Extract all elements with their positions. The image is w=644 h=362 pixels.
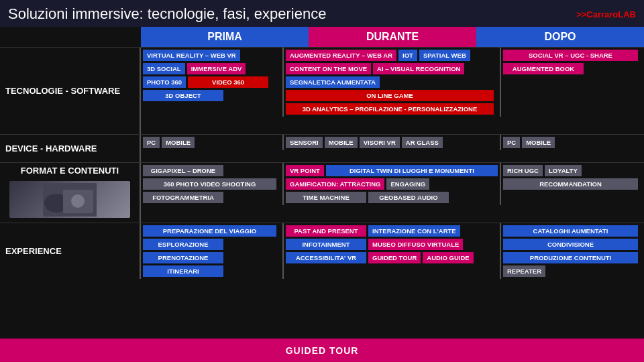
tag: GEOBASED AUDIO <box>368 192 449 203</box>
tecnologie-content: VIRTUAL REALITY – WEB VR 3D SOCIAL IMMER… <box>141 48 644 117</box>
bottom-bar[interactable]: GUIDED TOUR <box>0 339 644 362</box>
label-device: DEVICE - HARDWARE <box>0 135 141 162</box>
tag: AUDIO GUIDE <box>423 252 473 263</box>
header: Soluzioni immersive: tecnologie, fasi, e… <box>0 0 644 27</box>
tag: CONDIVISIONE <box>503 239 638 250</box>
tag: DIGITAL TWIN DI LUOGHI E MONUMENTI <box>326 165 498 176</box>
tag: AUGMENTED REALITY – WEB AR <box>286 50 396 61</box>
experience-dopo: CATALOGHI AUMENTATI CONDIVISIONE PRODUZI… <box>501 223 644 279</box>
tag: IOT <box>398 50 417 61</box>
tag: 3D SOCIAL <box>143 63 185 74</box>
format-dopo: RICH UGC LOYALTY RECOMMANDATION <box>501 163 644 205</box>
tag: IMMERSIVE ADV <box>187 63 246 74</box>
tag: VIDEO 360 <box>188 76 268 88</box>
tag: ACCESSIBILITA' VR <box>286 252 366 263</box>
label-tecnologie: TECNOLOGIE - SOFTWARE <box>0 48 141 134</box>
tag: SPATIAL WEB <box>419 50 470 61</box>
tag: AR GLASS <box>402 137 443 148</box>
logo: >>CarraroLAB <box>576 9 636 19</box>
tag: AUGMENTED BOOK <box>503 63 584 74</box>
tecnologie-durante: AUGMENTED REALITY – WEB AR IOT SPATIAL W… <box>284 48 501 117</box>
tag: PREPARAZIONE DEL VIAGGIO <box>143 225 276 237</box>
tag: ON LINE GAME <box>286 90 494 101</box>
col-header-dopo: DOPO <box>476 27 644 47</box>
page-title: Soluzioni immersive: tecnologie, fasi, e… <box>8 5 326 23</box>
device-durante: SENSORI MOBILE VISORI VR AR GLASS <box>284 135 501 150</box>
col-header-prima: PRIMA <box>141 27 309 47</box>
tag: RECOMMANDATION <box>503 178 638 190</box>
tag: TIME MACHINE <box>286 192 366 203</box>
tag: 3D ANALYTICS – PROFILAZIONE - PERSONALIZ… <box>286 103 494 115</box>
tag: CATALOGHI AUMENTATI <box>503 225 638 237</box>
format-image: FORMAT E CONTENUTI <box>0 163 141 223</box>
page-wrapper: Soluzioni immersive: tecnologie, fasi, e… <box>0 0 644 362</box>
tag: AI – VISUAL RECOGNITION <box>373 63 464 74</box>
tag: VR POINT <box>286 165 324 176</box>
tag: SENSORI <box>286 137 323 148</box>
tag: INTERAZIONE CON L'ARTE <box>368 225 460 237</box>
row-experience: EXPERIENCE PREPARAZIONE DEL VIAGGIO ESPL… <box>0 223 644 304</box>
label-experience: EXPERIENCE <box>0 223 141 279</box>
tag: PHOTO 360 <box>143 76 186 88</box>
row-format: FORMAT E CONTENUTI GIGAPIXEL – DRONE 360… <box>0 162 644 223</box>
tag: REPEATER <box>503 265 545 277</box>
tag: PRODUZIONE CONTENUTI <box>503 252 638 263</box>
col-header-spacer <box>0 27 141 47</box>
col-header-row: PRIMA DURANTE DOPO <box>0 27 644 47</box>
tag: LOYALTY <box>545 165 582 176</box>
tag: GIGAPIXEL – DRONE <box>143 165 223 176</box>
tag: SOCIAL VR – UGC - SHARE <box>503 50 638 61</box>
device-content: PC MOBILE SENSORI MOBILE VISORI VR AR GL… <box>141 135 644 150</box>
tag: VIRTUAL REALITY – WEB VR <box>143 50 240 61</box>
tag: MOBILE <box>162 137 195 148</box>
svg-point-3 <box>71 194 85 208</box>
tag: MUSEO DIFFUSO VIRTUALE <box>368 239 463 250</box>
tag: RICH UGC <box>503 165 543 176</box>
row-device: DEVICE - HARDWARE PC MOBILE SENSORI MOBI… <box>0 134 644 162</box>
experience-durante: PAST AND PRESENT INTERAZIONE CON L'ARTE … <box>284 223 501 279</box>
tag: SEGNALETICA AUMENTATA <box>286 76 380 88</box>
tag: PAST AND PRESENT <box>286 225 366 237</box>
tag: 3D OBJECT <box>143 90 223 101</box>
experience-prima: PREPARAZIONE DEL VIAGGIO ESPLORAZIONE PR… <box>141 223 284 279</box>
format-durante: VR POINT DIGITAL TWIN DI LUOGHI E MONUME… <box>284 163 501 205</box>
format-content: GIGAPIXEL – DRONE 360 PHOTO VIDEO SHOOTI… <box>141 163 644 205</box>
tag: FOTOGRAMMETRIA <box>143 192 223 203</box>
tag: PC <box>503 137 520 148</box>
format-prima: GIGAPIXEL – DRONE 360 PHOTO VIDEO SHOOTI… <box>141 163 284 205</box>
tag: 360 PHOTO VIDEO SHOOTING <box>143 178 276 190</box>
device-dopo: PC MOBILE <box>501 135 644 150</box>
tag: VISORI VR <box>360 137 400 148</box>
tag: PRENOTAZIONE <box>143 252 223 263</box>
tag-guided-tour: GUIDED TOUR <box>368 252 421 263</box>
tag: ESPLORAZIONE <box>143 239 223 250</box>
guided-tour-button[interactable]: GUIDED TOUR <box>286 345 359 356</box>
col-header-durante: DURANTE <box>309 27 476 47</box>
tag: MOBILE <box>325 137 358 148</box>
tag-content-on-the-move: CONTENT ON THE MOVE <box>286 63 371 74</box>
tag: PC <box>143 137 160 148</box>
tag: ITINERARI <box>143 265 223 277</box>
tag: GAMIFICATION: ATTRACTING <box>286 178 384 190</box>
tag: ENGAGING <box>386 178 429 190</box>
tag: MOBILE <box>522 137 555 148</box>
row-tecnologie: TECNOLOGIE - SOFTWARE VIRTUAL REALITY – … <box>0 47 644 134</box>
tecnologie-dopo: SOCIAL VR – UGC - SHARE AUGMENTED BOOK <box>501 48 644 117</box>
tecnologie-prima: VIRTUAL REALITY – WEB VR 3D SOCIAL IMMER… <box>141 48 284 117</box>
device-prima: PC MOBILE <box>141 135 284 150</box>
tag: INFOTAINMENT <box>286 239 366 250</box>
experience-content: PREPARAZIONE DEL VIAGGIO ESPLORAZIONE PR… <box>141 223 644 279</box>
